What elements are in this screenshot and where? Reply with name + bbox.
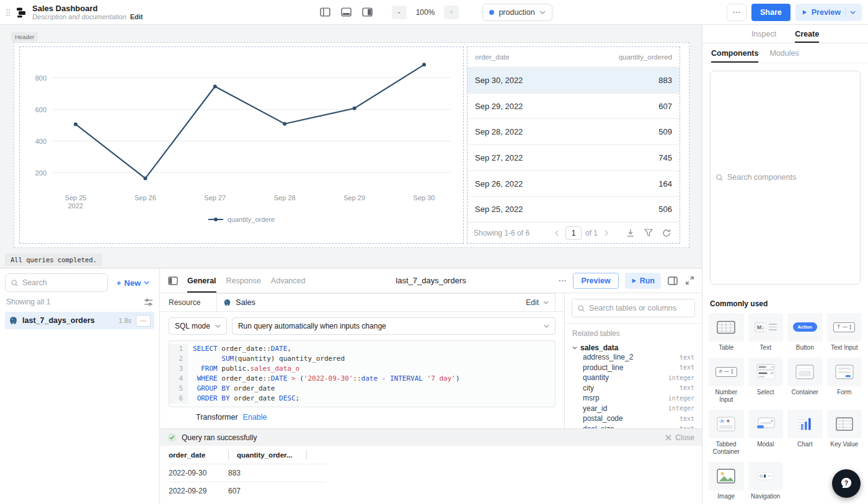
schema-column-row[interactable]: msrpinteger (583, 393, 694, 404)
topbar-more-button[interactable]: ⋯ (727, 4, 746, 21)
line-chart-component[interactable]: 200400600800Sep 252022Sep 26Sep 27Sep 28… (19, 46, 464, 244)
chart-legend[interactable]: quantity_ordere (20, 216, 463, 223)
editor-more-button[interactable]: ⋯ (558, 276, 567, 285)
table-row[interactable]: Sep 29, 2022607 (467, 93, 680, 119)
app-logo-icon[interactable] (15, 6, 27, 19)
component-tile-text-input[interactable]: TIText Input (827, 313, 862, 351)
filter-sliders-icon[interactable] (144, 298, 153, 306)
schema-column-row[interactable]: quantityinteger (583, 373, 694, 383)
component-tile-navigation[interactable]: Navigation (748, 462, 784, 500)
environment-selector[interactable]: production (482, 4, 552, 21)
component-tile-table[interactable]: Table (709, 313, 744, 351)
component-search-input[interactable]: Search components (710, 71, 861, 285)
preview-button[interactable]: Preview (795, 4, 862, 21)
resource-edit-button[interactable]: Edit (526, 298, 539, 307)
subtab-modules[interactable]: Modules (769, 43, 799, 63)
next-page-button[interactable] (601, 226, 611, 241)
editor-panel-toggle-icon[interactable] (167, 273, 179, 288)
component-tile-container[interactable]: Container (787, 358, 823, 404)
schema-search-input[interactable]: Search tables or columns (572, 299, 695, 317)
toggle-right-panel-button[interactable] (360, 5, 376, 20)
results-row[interactable]: 2022-09-30883 (169, 464, 326, 482)
schema-column-row[interactable]: year_idinteger (583, 404, 694, 414)
table-row[interactable]: Sep 28, 2022509 (467, 118, 680, 144)
results-row[interactable]: 2022-09-29607 (169, 482, 326, 500)
run-trigger-select[interactable]: Run query automatically when inputs chan… (232, 317, 556, 335)
resource-tab[interactable]: Sales Edit (216, 293, 556, 311)
chevron-down-icon[interactable] (543, 301, 549, 304)
header-frame-tag[interactable]: Header (11, 32, 38, 42)
column-header-order-date[interactable]: order_date (475, 53, 510, 61)
page-number-input[interactable]: 1 (565, 226, 582, 240)
query-search-input[interactable]: Search (5, 273, 108, 292)
query-run-button[interactable]: Run (625, 273, 661, 289)
component-tile-image[interactable]: Image (709, 462, 744, 500)
query-more-button[interactable]: ⋯ (136, 315, 151, 327)
query-preview-button[interactable]: Preview (573, 273, 618, 289)
results-column-header[interactable]: quantity_order... (237, 451, 306, 459)
query-mode-select[interactable]: SQL mode (169, 317, 227, 335)
new-query-button[interactable]: + New (112, 278, 154, 288)
edit-description-button[interactable]: Edit (130, 13, 143, 20)
code-line[interactable]: 3 FROM public.sales_data_o (169, 364, 555, 374)
transformer-enable-link[interactable]: Enable (243, 413, 267, 422)
help-button[interactable]: ? (832, 469, 861, 498)
component-tile-tabbed-container[interactable]: ABTabbed Container (709, 410, 744, 456)
zoom-in-button[interactable]: + (444, 6, 459, 19)
table-component-icon (709, 313, 744, 342)
code-line[interactable]: 2 SUM(quantity) quantity_ordered (169, 354, 555, 364)
component-label: Key Value (830, 441, 858, 448)
sql-code-editor[interactable]: 1SELECT order_date::DATE,2 SUM(quantity)… (169, 340, 556, 407)
component-tile-modal[interactable]: Modal (748, 410, 784, 456)
code-line[interactable]: 1SELECT order_date::DATE, (169, 344, 555, 354)
schema-table-row[interactable]: sales_data (572, 343, 694, 352)
component-tile-number-input[interactable]: #INumber Input (709, 358, 744, 404)
code-line[interactable]: 5 GROUP BY order_date (169, 384, 555, 394)
code-line[interactable]: 6 ORDER BY order_date DESC; (169, 394, 555, 404)
drag-handle-icon[interactable] (6, 8, 10, 17)
panel-tab-inspect[interactable]: Inspect (751, 25, 776, 43)
table-row[interactable]: Sep 30, 2022883 (467, 67, 680, 93)
component-tile-text[interactable]: M↓Text (748, 313, 784, 351)
schema-column-row[interactable]: deal_sizetext (583, 424, 694, 429)
expand-icon[interactable] (684, 273, 694, 288)
toast-close-button[interactable]: Close (675, 433, 694, 442)
postgres-icon (9, 316, 18, 325)
schema-column-row[interactable]: product_linetext (583, 363, 694, 373)
editor-tab-response[interactable]: Response (226, 268, 261, 293)
editor-tab-general[interactable]: General (187, 268, 216, 293)
toggle-bottom-panel-button[interactable] (339, 5, 355, 20)
table-row[interactable]: Sep 26, 2022164 (467, 170, 680, 197)
prev-page-button[interactable] (552, 226, 562, 241)
component-tile-select[interactable]: Select (748, 358, 784, 404)
subtab-components[interactable]: Components (711, 43, 758, 63)
download-icon[interactable] (626, 229, 635, 237)
schema-column-row[interactable]: citytext (583, 383, 694, 394)
share-button[interactable]: Share (751, 4, 790, 21)
query-list-item[interactable]: last_7_days_orders 1.8s ⋯ (5, 312, 154, 329)
toggle-left-panel-button[interactable] (317, 5, 334, 20)
schema-column-row[interactable]: address_line_2text (583, 352, 694, 363)
editor-tab-advanced[interactable]: Advanced (271, 268, 306, 293)
toast-message: Query ran successfully (182, 433, 257, 442)
column-header-quantity-ordered[interactable]: quantity_ordered (619, 53, 672, 61)
panel-tab-create[interactable]: Create (795, 25, 819, 43)
table-row[interactable]: Sep 27, 2022745 (467, 144, 680, 170)
table-row[interactable]: Sep 25, 2022506 (467, 196, 680, 222)
schema-column-row[interactable]: postal_codetext (583, 413, 694, 424)
table-component[interactable]: order_date quantity_ordered Sep 30, 2022… (467, 46, 680, 244)
code-line[interactable]: 4 WHERE order_date::DATE > ('2022-09-30'… (169, 374, 555, 384)
component-tile-chart[interactable]: Chart (787, 410, 823, 456)
result-date-cell: 2022-09-29 (169, 487, 228, 495)
refresh-icon[interactable] (662, 229, 671, 237)
filter-icon[interactable] (644, 229, 653, 237)
editor-right-panel-icon[interactable] (667, 273, 678, 288)
close-icon[interactable] (665, 435, 671, 441)
component-tile-form[interactable]: Form (827, 358, 862, 404)
results-column-header[interactable]: order_date (169, 451, 228, 459)
component-tile-key-value[interactable]: Key Value (827, 410, 862, 456)
chevron-down-icon[interactable] (850, 11, 856, 14)
component-tile-button[interactable]: ActionButton (787, 313, 823, 351)
zoom-out-button[interactable]: - (392, 6, 407, 19)
table-footer: Showing 1-6 of 6 1 of 1 (467, 222, 680, 243)
